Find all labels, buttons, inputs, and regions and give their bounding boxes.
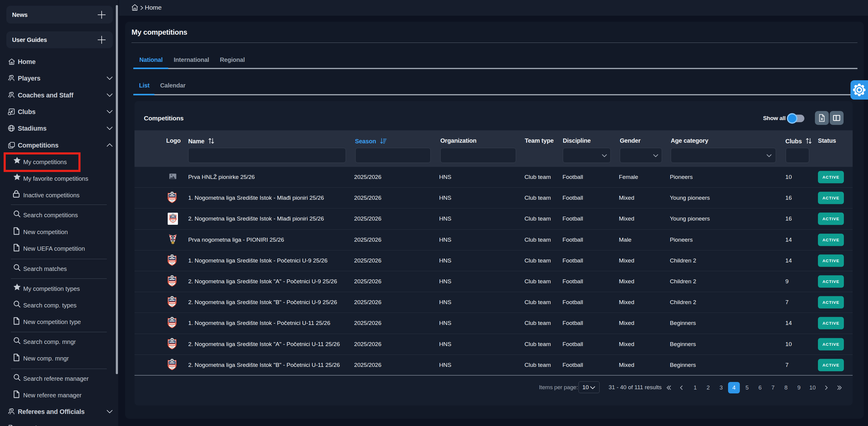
svg-text:S: S	[172, 239, 174, 241]
svg-text:N: N	[172, 237, 174, 239]
svg-text:H: H	[172, 235, 174, 237]
